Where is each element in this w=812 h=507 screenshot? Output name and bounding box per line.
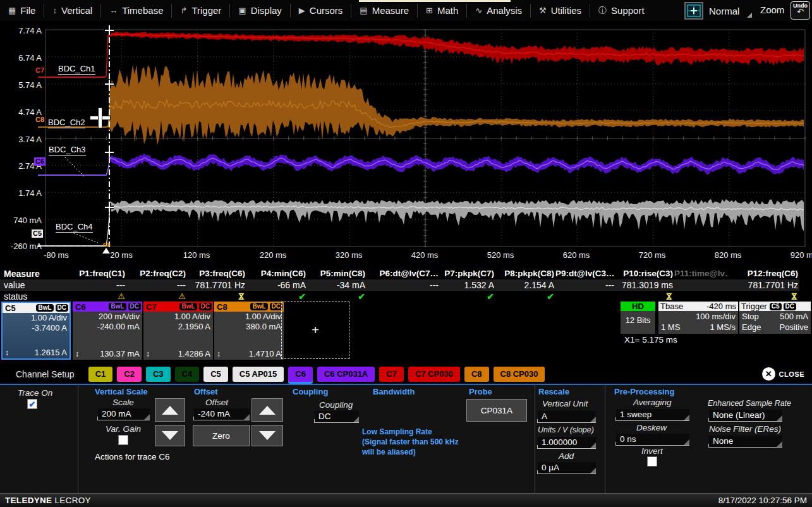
tab-c8-cp030[interactable]: C8 CP030 xyxy=(494,367,545,382)
trace-on-checkbox[interactable]: ✔ xyxy=(27,399,37,409)
menu-item-analysis[interactable]: ∿Analysis xyxy=(467,0,530,21)
measure-header-p4[interactable]: P4:min(C6) xyxy=(246,268,307,279)
measure-header-p6[interactable]: P6:dt@lv(C7… xyxy=(367,268,440,279)
descriptor-cursor-value: 1.4710 A xyxy=(249,349,284,358)
offset-up-button[interactable] xyxy=(251,398,283,422)
channel-marker-c6[interactable]: C6 xyxy=(34,157,45,166)
scale-up-button[interactable] xyxy=(155,398,185,422)
measure-header-p9[interactable]: P9:dt@lv(C3… xyxy=(555,268,615,279)
bandwidth-header: Bandwidth xyxy=(373,387,415,396)
channel-marker-c7[interactable]: C7 xyxy=(34,66,45,75)
channel-marker-c5[interactable]: C5 xyxy=(32,229,43,238)
menu-item-timebase[interactable]: ↔Timebase xyxy=(101,0,171,21)
y-axis-label: 740 mA xyxy=(3,216,42,225)
measure-header-p2[interactable]: P2:freq(C2) xyxy=(126,268,187,279)
menu-item-file[interactable]: ▦File xyxy=(0,0,44,21)
offset-zero-button[interactable]: Zero xyxy=(193,425,250,446)
tab-c3[interactable]: C3 xyxy=(146,367,171,382)
var-gain-checkbox[interactable] xyxy=(118,435,128,445)
probe-button[interactable]: CP031A xyxy=(466,399,527,422)
scale-field[interactable]: 200 mA xyxy=(98,408,150,420)
x-axis-label: 420 ms xyxy=(411,250,439,260)
channel-marker-c8[interactable]: C8 xyxy=(34,116,45,124)
descriptor-c7[interactable]: C7BwLDC1.00 A/div2.1950 A↕1.4286 A xyxy=(143,302,213,360)
grid-mode-icon-button[interactable] xyxy=(684,2,703,20)
descriptor-channel-name: C7 xyxy=(145,302,157,312)
measure-header-p10[interactable]: P10:rise(C3) xyxy=(615,268,674,279)
menu-item-label: Support xyxy=(611,5,645,16)
add-descriptor-box[interactable]: + xyxy=(281,302,349,359)
tab-c7-cp030[interactable]: C7 CP030 xyxy=(408,367,460,382)
averaging-field[interactable]: 1 sweep xyxy=(616,409,689,421)
menu-item-utilities[interactable]: ⚒Utilities xyxy=(531,0,590,21)
close-button[interactable]: ✕ CLOSE xyxy=(762,367,804,381)
timebase-box[interactable]: Tbase -420 ms 100 ms/div 1 MS 1 MS/s xyxy=(658,302,738,334)
measure-header-p12[interactable]: P12:freq(C6) xyxy=(729,268,799,279)
tab-c6[interactable]: C6 xyxy=(288,367,313,382)
descriptor-c5[interactable]: C5BwLDC1.00 A/div-3.7400 A↕1.2615 A xyxy=(1,302,71,360)
channel-tabs: C1C2C3C4C5C5 AP015C6C6 CP031AC7C7 CP030C… xyxy=(88,367,550,382)
menu-item-display[interactable]: ▣Display xyxy=(230,0,289,21)
measure-value: 2.154 A xyxy=(495,279,555,291)
display-mode-dropdown[interactable]: Normal xyxy=(705,2,754,20)
tab-c7[interactable]: C7 xyxy=(379,367,404,382)
menu-item-label: Utilities xyxy=(551,5,581,16)
measure-header-p3[interactable]: P3:freq(C6) xyxy=(187,268,246,279)
scale-down-button[interactable] xyxy=(155,425,185,446)
trace-label-bdc_ch1[interactable]: BDC_Ch1 xyxy=(58,64,95,75)
tab-c6-cp031a[interactable]: C6 CP031A xyxy=(317,367,375,382)
measure-header-p1[interactable]: P1:freq(C1) xyxy=(66,268,126,279)
descriptor-badge-dc: DC xyxy=(199,303,212,310)
menu-item-support[interactable]: ⓘSupport xyxy=(590,0,653,21)
x-axis-label: 620 ms xyxy=(563,250,590,260)
menu-item-cursors[interactable]: ▶Cursors xyxy=(291,0,351,21)
vertical-unit-field[interactable]: A xyxy=(538,411,596,423)
section-divider xyxy=(535,385,535,493)
add-field[interactable]: 0 µA xyxy=(538,462,596,474)
menu-item-vertical[interactable]: ↕Vertical xyxy=(44,0,100,21)
menu-item-label: Math xyxy=(437,5,458,16)
preprocessing-header: Pre-Processing xyxy=(614,387,674,396)
timebase-header: Tbase xyxy=(660,302,683,311)
brand-logo: TELEDYNE LECROY xyxy=(5,496,91,505)
offset-field[interactable]: -240 mA xyxy=(194,408,250,420)
coupling-field[interactable]: DC xyxy=(315,411,359,423)
descriptor-badge-bwl: BwL xyxy=(36,304,53,312)
panel-title: Channel Setup xyxy=(16,369,75,379)
tab-c1[interactable]: C1 xyxy=(88,367,113,382)
waveform-graticule[interactable] xyxy=(0,21,812,249)
tab-c5-ap015[interactable]: C5 AP015 xyxy=(233,367,284,382)
noise-filter-field[interactable]: None xyxy=(709,436,782,448)
trigger-position-marker[interactable] xyxy=(102,248,110,254)
menu-item-trigger[interactable]: ↱Trigger xyxy=(172,0,229,21)
section-divider xyxy=(605,385,605,493)
x-axis-label: 820 ms xyxy=(715,250,742,260)
hd-mode-box[interactable]: HD 12 Bits xyxy=(621,302,655,334)
measure-header-p8[interactable]: P8:pkpk(C8) xyxy=(495,268,555,279)
trace-label-bdc_ch4[interactable]: BDC_Ch4 xyxy=(56,222,93,233)
measure-header-p11[interactable]: P11:time@lv… xyxy=(674,268,729,279)
units-per-volt-field[interactable]: 1.000000 xyxy=(538,437,596,449)
deskew-field[interactable]: 0 ns xyxy=(616,434,689,446)
invert-checkbox[interactable] xyxy=(647,456,657,467)
status-warning-icon: ⚠ xyxy=(126,291,187,302)
descriptor-c8[interactable]: C8BwLDC1.00 A/div380.0 mA↕1.4710 A xyxy=(214,302,284,360)
trace-label-bdc_ch2[interactable]: BDC_Ch2 xyxy=(48,118,85,128)
undo-button[interactable]: Undo ↶ xyxy=(791,1,810,20)
measure-value: --- xyxy=(126,279,187,291)
measure-header-p5[interactable]: P5:min(C8) xyxy=(307,268,367,279)
descriptor-c6[interactable]: C6BwLDC200 mA/div-240.00 mA↕130.37 mA xyxy=(73,302,142,360)
tab-c8[interactable]: C8 xyxy=(464,367,489,382)
tab-c5[interactable]: C5 xyxy=(203,367,228,382)
enhanced-sample-rate-field[interactable]: None (Linear) xyxy=(709,410,782,422)
measure-value: 781.7701 Hz xyxy=(187,279,246,291)
trace-label-bdc_ch3[interactable]: BDC_Ch3 xyxy=(49,145,86,156)
menu-item-measure[interactable]: ▤Measure xyxy=(351,0,417,21)
measure-header-p7[interactable]: P7:pkpk(C7) xyxy=(440,268,495,279)
offset-down-button[interactable] xyxy=(251,425,283,446)
timebase-rate: 1 MS/s xyxy=(710,322,736,333)
trigger-box[interactable]: Trigger C5 DC Stop 500 mA Edge Positive xyxy=(739,302,811,334)
menu-item-math[interactable]: ⊞Math xyxy=(418,0,466,21)
tab-c2[interactable]: C2 xyxy=(117,367,142,382)
tab-c4[interactable]: C4 xyxy=(175,367,200,382)
